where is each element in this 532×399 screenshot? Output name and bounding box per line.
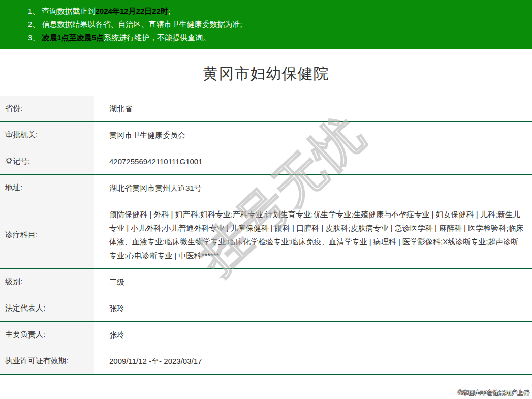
table-row-province: 省份: 湖北省: [0, 96, 532, 122]
row-label: 地址:: [0, 175, 94, 201]
notice-num: 1、: [28, 7, 42, 15]
table-row-address: 地址: 湖北省黄冈市黄州大道31号: [0, 175, 532, 201]
row-label: 执业许可证有效期:: [0, 348, 94, 374]
notice-text: ;: [168, 7, 170, 15]
row-value: 张玲: [94, 295, 532, 321]
page-title: 黄冈市妇幼保健院: [0, 64, 532, 84]
row-label: 主要负责人:: [0, 322, 94, 348]
row-label: 级别:: [0, 269, 94, 295]
notice-text: 系统进行维护，不能提供查询。: [104, 33, 210, 42]
table-row-level: 级别: 三级: [0, 269, 532, 295]
table-row-legal-representative: 法定代表人: 张玲: [0, 295, 532, 322]
row-value: 湖北省黄冈市黄州大道31号: [94, 175, 532, 201]
row-label: 省份:: [0, 96, 94, 121]
row-value: 42072556942110111G1001: [94, 148, 532, 174]
row-value: 黄冈市卫生健康委员会: [94, 122, 532, 148]
notice-bold-text: 2024年12月22日22时: [96, 7, 168, 15]
hospital-info-table: 省份: 湖北省 审批机关: 黄冈市卫生健康委员会 登记号: 4207255694…: [0, 96, 532, 375]
row-label: 审批机关:: [0, 122, 94, 148]
credit-watermark: ©本图由平台注册用户上传: [458, 389, 529, 397]
notice-line-2: 2、 信息数据结果以各省、自治区、直辖市卫生健康委数据为准;: [28, 18, 527, 31]
table-row-medical-subjects: 诊疗科目: 预防保健科 | 外科 | 妇产科;妇科专业;产科专业;计划生育专业;…: [0, 201, 532, 269]
table-row-approval-authority: 审批机关: 黄冈市卫生健康委员会: [0, 122, 532, 148]
notice-line-3: 3、 凌晨1点至凌晨5点系统进行维护，不能提供查询。: [28, 31, 527, 44]
row-label: 诊疗科目:: [0, 201, 94, 268]
table-row-registration-number: 登记号: 42072556942110111G1001: [0, 148, 532, 175]
notice-line-1: 1、 查询数据截止到2024年12月22日22时;: [28, 5, 527, 18]
row-label: 法定代表人:: [0, 295, 94, 321]
notice-num: 2、: [28, 20, 42, 28]
row-value: 湖北省: [94, 96, 532, 121]
notice-num: 3、: [28, 33, 42, 42]
table-row-main-person-in-charge: 主要负责人: 张玲: [0, 322, 532, 348]
row-value: 三级: [94, 269, 532, 295]
notice-banner: 1、 查询数据截止到2024年12月22日22时; 2、 信息数据结果以各省、自…: [0, 0, 532, 49]
notice-text: 查询数据截止到: [42, 7, 96, 15]
row-label: 登记号:: [0, 148, 94, 174]
row-value: 2009/11/12 -至- 2023/03/17: [94, 348, 532, 374]
row-value: 预防保健科 | 外科 | 妇产科;妇科专业;产科专业;计划生育专业;优生学专业;…: [94, 201, 532, 268]
table-row-license-validity: 执业许可证有效期: 2009/11/12 -至- 2023/03/17: [0, 348, 532, 375]
notice-bold-text: 凌晨1点至凌晨5点: [42, 33, 104, 42]
notice-text: 信息数据结果以各省、自治区、直辖市卫生健康委数据为准;: [42, 20, 242, 28]
row-value: 张玲: [94, 322, 532, 348]
